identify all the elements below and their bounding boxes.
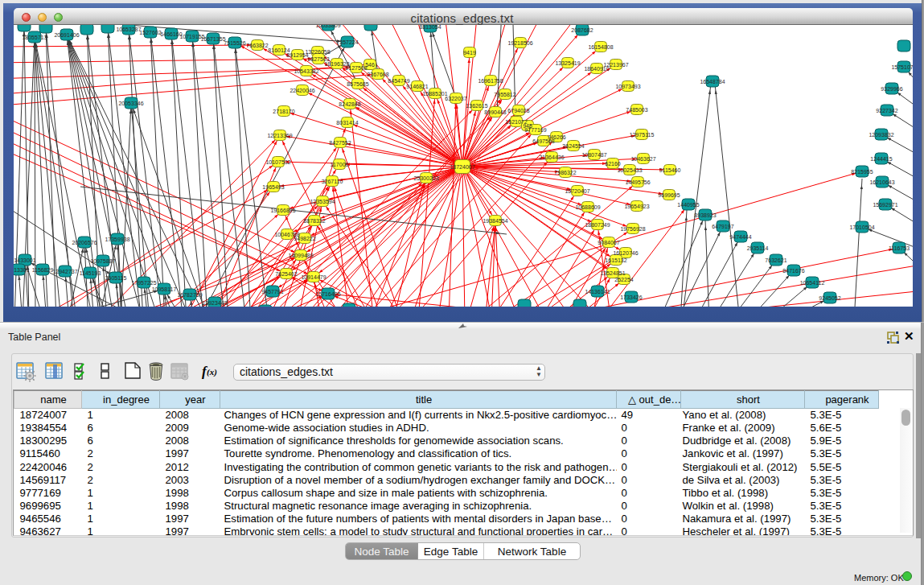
svg-text:9127508: 9127508 [345,65,367,71]
svg-text:10688609: 10688609 [575,204,600,210]
svg-text:12923448: 12923448 [202,300,227,306]
svg-text:16548784: 16548784 [700,79,725,84]
svg-text:19654923: 19654923 [624,204,649,209]
svg-text:10975887: 10975887 [90,258,115,264]
svg-text:17010504: 17010504 [849,225,874,230]
svg-text:16154808: 16154808 [588,44,613,50]
svg-text:14495756: 14495756 [625,179,650,185]
svg-text:16671355: 16671355 [200,36,225,42]
svg-text:9498222: 9498222 [294,236,315,241]
svg-text:10807487: 10807487 [581,152,606,158]
svg-text:8878332: 8878332 [303,218,325,224]
svg-text:17359938: 17359938 [105,237,129,242]
svg-text:252254: 252254 [614,277,633,282]
svg-text:16033809: 16033809 [315,25,340,28]
svg-text:7485003: 7485003 [626,107,647,113]
svg-text:3267110: 3267110 [322,179,343,184]
svg-text:1145193: 1145193 [80,270,101,276]
svg-text:13325419: 13325419 [555,60,580,66]
svg-text:13524851: 13524851 [600,270,625,276]
svg-text:7632621: 7632621 [765,257,786,263]
svg-text:15885201: 15885201 [422,91,447,97]
svg-text:2087682: 2087682 [571,27,593,33]
svg-text:16961758: 16961758 [478,78,503,84]
svg-text:25300203: 25300203 [413,175,438,181]
svg-text:7357224: 7357224 [336,39,358,45]
svg-text:10914479: 10914479 [301,274,326,280]
svg-text:8242848: 8242848 [339,101,360,107]
svg-text:10958117: 10958117 [152,286,177,292]
svg-text:7986322: 7986322 [554,170,576,175]
svg-text:10107532: 10107532 [265,159,290,165]
svg-text:6794028: 6794028 [507,108,529,113]
svg-text:10654112: 10654112 [800,280,825,286]
svg-text:3624554: 3624554 [562,143,584,149]
svg-text:12093832: 12093832 [869,132,893,138]
svg-text:22420046: 22420046 [290,88,314,93]
svg-text:6322037: 6322037 [445,96,466,101]
svg-text:18724007: 18724007 [450,164,474,170]
svg-text:62160: 62160 [605,161,621,167]
svg-text:8813054: 8813054 [419,25,441,30]
svg-text:9419: 9419 [463,50,476,56]
svg-text:17957225: 17957225 [131,280,156,286]
svg-text:9777169: 9777169 [524,127,546,133]
svg-text:18807249: 18807249 [585,222,610,228]
svg-text:1244415: 1244415 [870,156,892,162]
svg-text:7515526: 7515526 [224,40,245,46]
svg-text:10543382: 10543382 [294,68,318,74]
svg-text:1362615: 1362615 [466,103,487,109]
svg-text:(x): (x) [207,367,217,377]
svg-text:12213369: 12213369 [267,133,292,138]
svg-text:13226058: 13226058 [305,49,330,55]
svg-text:2505115: 2505115 [105,275,127,281]
svg-text:10025433: 10025433 [617,167,642,173]
svg-text:1116753: 1116753 [889,245,910,251]
svg-text:19756928: 19756928 [620,226,645,232]
svg-text:20053346: 20053346 [118,101,143,106]
svg-text:12975115: 12975115 [630,132,655,138]
svg-text:1615132: 1615132 [605,257,626,263]
svg-text:9699695: 9699695 [658,192,680,198]
svg-text:9329966: 9329966 [881,86,902,92]
svg-text:19384554: 19384554 [483,218,507,224]
svg-text:15716485: 15716485 [315,291,340,297]
svg-text:18055713: 18055713 [22,35,47,40]
svg-text:3913301: 3913301 [14,267,30,273]
svg-text:15751074: 15751074 [891,64,913,70]
svg-text:117006: 117006 [331,162,349,167]
svg-text:1965493: 1965493 [262,184,284,190]
svg-text:9227342: 9227342 [876,108,897,113]
svg-text:9245052: 9245052 [819,295,840,301]
svg-text:8454749: 8454749 [388,78,409,84]
svg-text:9084067: 9084067 [598,240,619,245]
svg-text:8031414: 8031414 [336,120,358,126]
svg-text:16120746: 16120746 [613,250,638,256]
svg-text:2718170: 2718170 [273,109,294,114]
svg-text:9457791: 9457791 [261,289,283,295]
svg-text:1156829: 1156829 [32,267,54,273]
svg-text:8471676: 8471676 [782,268,804,274]
svg-text:15692971: 15692971 [873,202,897,208]
svg-text:16782759: 16782759 [177,292,202,298]
svg-text:10973493: 10973493 [615,84,640,89]
svg-text:21364436: 21364436 [539,154,564,160]
svg-text:8427552: 8427552 [329,140,351,146]
svg-text:14099489: 14099489 [288,253,313,258]
svg-text:9474444: 9474444 [729,234,751,240]
svg-text:2367608: 2367608 [367,72,388,77]
svg-text:15720407: 15720407 [565,188,589,194]
svg-text:546: 546 [365,62,375,68]
svg-text:1440955: 1440955 [677,202,699,208]
svg-text:10463627: 10463627 [630,156,655,162]
svg-text:12353594: 12353594 [310,199,335,204]
svg-text:8938923: 8938923 [694,212,716,218]
svg-text:1527602: 1527602 [139,30,161,35]
svg-text:20691406: 20691406 [54,32,79,38]
svg-text:10653287: 10653287 [116,27,141,32]
svg-text:9146821: 9146821 [406,84,428,89]
svg-text:14136141: 14136141 [585,289,610,295]
svg-text:7625402: 7625402 [275,271,297,277]
svg-text:9115460: 9115460 [659,167,681,173]
svg-text:1733426: 1733426 [620,295,642,300]
